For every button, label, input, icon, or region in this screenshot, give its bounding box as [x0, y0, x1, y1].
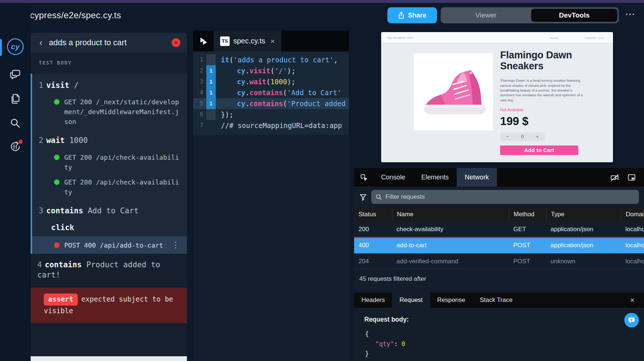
command-log: 1visit / GET 200 /_next/static/developme…	[31, 74, 187, 254]
inspect-element-icon[interactable]	[360, 174, 368, 182]
test-runner-panel: ‹ adds a product to cart ✕ TEST BODY 1vi…	[31, 33, 187, 356]
tab-console[interactable]: Console	[373, 168, 413, 187]
viewport-dims: 1086x660 100%	[584, 36, 604, 40]
app-preview: http://localhost:3000 Replay 1086x660 10…	[381, 32, 613, 162]
assert-badge: assert	[44, 294, 78, 306]
network-row[interactable]: 200 check-availability GET application/j…	[354, 221, 644, 237]
error-dot-icon	[54, 242, 60, 248]
qty-increment-button[interactable]: +	[536, 134, 539, 139]
pause-replay-icon[interactable]	[9, 140, 22, 153]
copy-files-icon[interactable]	[9, 92, 22, 105]
row-menu-button[interactable]: ⋮	[169, 241, 182, 249]
devtools-panel: Console Elements Network Status Name Met…	[354, 168, 644, 361]
panel-bottom-strip	[31, 356, 187, 361]
devtools-toggle-option[interactable]: DevTools	[531, 9, 617, 22]
quantity-stepper: − 0 +	[500, 132, 545, 141]
failed-request-log-entry[interactable]: POST 400 /api/add-to-cart ⋮	[32, 236, 187, 254]
test-header: ‹ adds a product to cart ✕	[31, 33, 187, 53]
close-tab-icon[interactable]: ×	[270, 37, 275, 46]
command-click[interactable]: click	[32, 220, 187, 236]
code-line: 6 });	[193, 109, 349, 120]
command-visit[interactable]: 1visit /	[32, 77, 187, 94]
tab-elements[interactable]: Elements	[413, 168, 457, 187]
network-row[interactable]: 204 add-verified-command POST unknown lo…	[354, 253, 644, 269]
product-title: Flamingo Dawn Sneakers	[500, 50, 590, 71]
qty-value: 0	[521, 134, 524, 139]
success-dot-icon	[54, 179, 60, 185]
success-dot-icon	[54, 155, 60, 160]
col-name[interactable]: Name	[392, 207, 509, 221]
preview-browser-bar: http://localhost:3000 Replay 1086x660 10…	[381, 32, 613, 43]
video-off-icon[interactable]	[610, 173, 619, 182]
col-domain[interactable]: Domain	[621, 207, 644, 221]
sneaker-image	[419, 65, 488, 119]
test-failed-badge: ✕	[172, 38, 180, 47]
comments-icon[interactable]	[9, 68, 22, 81]
devtools-tabbar: Console Elements Network	[354, 168, 644, 187]
code-line: 7 //# sourceMappingURL=data:app	[193, 120, 349, 131]
add-to-cart-button[interactable]: Add to Cart	[500, 145, 578, 155]
view-toggle: Viewer DevTools	[441, 7, 619, 23]
search-icon[interactable]	[9, 117, 22, 130]
code-line-highlighted: 51 cy.contains('Product added to cart!'	[193, 98, 349, 109]
viewer-toggle-option[interactable]: Viewer	[441, 7, 531, 23]
qty-decrement-button[interactable]: −	[506, 134, 509, 139]
cypress-logo-icon[interactable]: cy	[7, 38, 24, 55]
request-detail-tabs: Headers Request Response Stack Trace ×	[354, 292, 644, 308]
code-line: 1 it('adds a product to cart',	[193, 54, 349, 65]
editor-tab-spec[interactable]: TS spec.cy.ts ×	[214, 31, 281, 51]
tab-headers[interactable]: Headers	[354, 292, 392, 308]
command-wait[interactable]: 2wait 1000	[32, 132, 187, 149]
network-filter-bar	[354, 187, 644, 207]
request-body-label: Request body:	[354, 308, 644, 323]
tab-network[interactable]: Network	[457, 168, 497, 187]
test-title: adds a product to cart	[49, 38, 127, 47]
replay-label: Replay	[550, 36, 558, 40]
chat-plus-icon	[628, 317, 635, 324]
filter-funnel-icon[interactable]	[359, 193, 367, 201]
code-editor-panel: TS spec.cy.ts × 1 it('adds a product to …	[193, 31, 349, 361]
run-spec-button[interactable]	[193, 31, 214, 51]
tab-response[interactable]: Response	[430, 292, 473, 308]
typescript-badge: TS	[220, 36, 230, 46]
notification-dot	[19, 140, 23, 144]
filter-requests-input[interactable]	[386, 193, 635, 201]
top-accent-strip	[0, 0, 644, 3]
request-log-entry[interactable]: GET 200 /api/check-availability	[54, 177, 181, 197]
command-contains[interactable]: 3contains Add to Cart	[32, 202, 187, 220]
code-area[interactable]: 1 it('adds a product to cart', 21 cy.vis…	[193, 51, 349, 135]
run-icon	[199, 36, 208, 46]
request-log-entry[interactable]: GET 200 /api/check-availability	[54, 152, 181, 172]
editor-tab-label: spec.cy.ts	[233, 37, 265, 45]
share-icon	[398, 12, 405, 19]
feedback-button[interactable]	[624, 313, 639, 327]
tab-stack-trace[interactable]: Stack Trace	[472, 292, 520, 308]
assert-error-block[interactable]: assertexpected subject to be visible	[31, 288, 187, 323]
share-button[interactable]: Share	[387, 7, 437, 23]
editor-tabbar-spacer	[281, 31, 349, 51]
command-contains-2[interactable]: 4contains Product added to cart!	[31, 254, 187, 284]
product-info: Flamingo Dawn Sneakers 'Flamingo Dawn' i…	[500, 50, 590, 155]
close-detail-icon[interactable]: ×	[630, 296, 635, 304]
page-title: cypress/e2e/spec.cy.ts	[30, 10, 121, 20]
network-row-selected[interactable]: 400 add-to-cart POST application/json lo…	[354, 237, 644, 253]
app-root: ‹ cypress/e2e/spec.cy.ts Share Viewer De…	[0, 0, 644, 361]
filter-searchbox	[371, 190, 639, 204]
share-label: Share	[408, 12, 426, 19]
requests-filtered-note: 45 requests filtered after	[354, 269, 644, 289]
product-description: 'Flamingo Dawn' is a head-turning sneake…	[500, 78, 583, 102]
code-line: 31 cy.wait(1000);	[193, 76, 349, 87]
col-method[interactable]: Method	[509, 207, 546, 221]
availability-status: Not Available	[500, 108, 590, 112]
dock-panel-icon[interactable]	[627, 173, 636, 182]
active-nav-indicator	[0, 39, 2, 56]
more-menu-button[interactable]: ⋯	[625, 8, 636, 20]
request-log-entry[interactable]: GET 200 /_next/static/development/_devMi…	[54, 97, 181, 127]
product-price: 199 $	[500, 115, 590, 128]
success-dot-icon	[54, 99, 60, 105]
col-type[interactable]: Type	[546, 207, 621, 221]
tab-request[interactable]: Request	[392, 292, 430, 308]
col-status[interactable]: Status	[354, 207, 392, 221]
test-back-button[interactable]: ‹	[39, 38, 42, 48]
request-body-json: { "qty": 0 }	[365, 329, 644, 359]
